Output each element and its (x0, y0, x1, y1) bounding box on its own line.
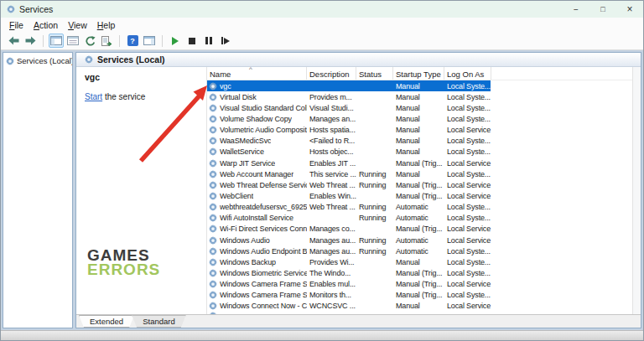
tab-extended[interactable]: Extended (79, 315, 134, 328)
services-gear-icon (85, 55, 93, 64)
close-icon[interactable]: × (616, 1, 643, 18)
stop-service-icon[interactable] (184, 34, 200, 48)
service-row[interactable]: WebClient Enables Win... Manual (Trig...… (207, 190, 632, 201)
description-cell: Enables JIT ... (307, 159, 356, 168)
log-on-as-cell: Local Syste... (444, 203, 632, 211)
status-cell: Running (356, 170, 393, 178)
restart-service-icon[interactable] (218, 34, 233, 48)
startup-type-cell: Automatic (393, 214, 444, 222)
startup-type-cell: Manual (393, 170, 444, 178)
service-row[interactable]: Volume Shadow Copy Manages an... Manual … (207, 113, 632, 124)
minimize-icon[interactable]: − (563, 1, 589, 18)
startup-type-cell: Manual (393, 137, 444, 145)
service-row[interactable]: Windows Audio Manages au... Running Auto… (207, 235, 632, 245)
log-on-as-cell: Local Service (444, 126, 632, 134)
log-on-as-cell: Local Syste... (444, 269, 632, 277)
service-row[interactable]: WaaSMedicSvc <Failed to R... Manual Loca… (207, 136, 632, 147)
tree-item-services-local[interactable]: Services (Local) (3, 55, 72, 66)
name-cell: Windows Camera Frame Se... (207, 280, 307, 288)
name-cell: Wi-Fi Direct Services Conne... (207, 225, 307, 233)
services-gear-icon (6, 57, 14, 65)
menu-item[interactable]: File (4, 19, 29, 31)
service-row[interactable]: webthreatdefusersvc_69250 Web Threat ...… (207, 202, 632, 213)
console-tree-panel: Services (Local) (3, 52, 73, 328)
service-row[interactable]: Wifi AutoInstall Service Running Automat… (207, 213, 632, 224)
log-on-as-cell: Local Service (444, 225, 632, 233)
name-cell: Visual Studio Standard Coll... (207, 104, 307, 112)
start-service-icon[interactable] (168, 34, 183, 48)
vertical-scrollbar[interactable] (632, 67, 641, 314)
name-cell: webthreatdefusersvc_69250 (207, 203, 307, 211)
sort-ascending-icon: ^ (249, 67, 252, 73)
name-cell: Volumetric Audio Composit... (207, 126, 307, 134)
startup-type-cell: Manual (393, 302, 444, 310)
service-gear-icon (209, 192, 217, 200)
service-row[interactable]: Windows Camera Frame Se... Monitors th..… (207, 290, 632, 301)
service-row[interactable]: Windows Camera Frame Se... Enables mul..… (207, 279, 632, 290)
log-on-as-cell: Local Syste... (444, 104, 632, 112)
back-icon[interactable] (6, 34, 21, 48)
service-row[interactable]: Windows Biometric Service The Windo... M… (207, 267, 632, 278)
service-row[interactable]: Windows Backup Provides Wi... Manual Loc… (207, 256, 632, 267)
service-gear-icon (209, 247, 217, 256)
name-cell: Wifi AutoInstall Service (207, 214, 307, 222)
description-cell: Web Threat ... (307, 181, 356, 189)
start-service-link[interactable]: Start (85, 92, 102, 101)
refresh-icon[interactable] (82, 34, 97, 48)
forward-icon[interactable] (23, 34, 38, 48)
status-cell: Running (356, 214, 393, 222)
service-gear-icon (209, 291, 217, 299)
log-on-as-cell: Local Syste... (444, 82, 632, 90)
log-on-as-cell: Local Service (444, 280, 632, 288)
service-gear-icon (209, 181, 217, 189)
service-gear-icon (209, 269, 217, 277)
column-header-log-on-as[interactable]: Log On As (444, 67, 491, 80)
services-list: ^ Name Description Status Startup Type L… (206, 67, 632, 314)
help-icon[interactable]: ? (125, 34, 140, 48)
name-cell: Virtual Disk (207, 93, 307, 101)
service-gear-icon (209, 280, 217, 288)
column-header-startup-type[interactable]: Startup Type (393, 67, 444, 80)
service-gear-icon (209, 225, 217, 233)
pause-service-icon[interactable] (201, 34, 216, 48)
service-row[interactable]: Volumetric Audio Composit... Hosts spati… (207, 125, 632, 136)
status-cell: Running (356, 236, 393, 245)
maximize-icon[interactable]: □ (589, 1, 616, 18)
service-row[interactable]: Web Threat Defense Service Web Threat ..… (207, 179, 632, 190)
service-gear-icon (209, 104, 217, 112)
service-action: Start the service (85, 92, 206, 101)
export-list-icon[interactable] (99, 34, 114, 48)
status-bar (1, 330, 643, 340)
service-action-suffix: the service (102, 92, 145, 101)
column-header-description[interactable]: Description (307, 67, 356, 80)
service-row[interactable]: Visual Studio Standard Coll... Visual St… (207, 102, 632, 113)
menu-item[interactable]: Action (29, 19, 63, 31)
column-header-name[interactable]: Name (207, 67, 307, 80)
description-cell: Provides m... (307, 93, 356, 101)
service-row[interactable]: Windows Connect Now - C... WCNCSVC ... M… (207, 301, 632, 312)
service-row[interactable]: Virtual Disk Provides m... Manual Local … (207, 91, 632, 102)
name-cell: Windows Camera Frame Se... (207, 291, 307, 299)
service-row[interactable]: Warp JIT Service Enables JIT ... Manual … (207, 158, 632, 168)
service-row[interactable]: Windows Audio Endpoint B... Manages au..… (207, 245, 632, 256)
show-console-tree-icon[interactable] (49, 34, 64, 48)
log-on-as-cell: Local Service (444, 192, 632, 200)
properties-icon[interactable] (65, 34, 80, 48)
log-on-as-cell: Local Service (444, 302, 632, 310)
tab-standard[interactable]: Standard (132, 315, 186, 328)
menu-item[interactable]: View (63, 19, 92, 31)
toolbar-separator (162, 35, 163, 47)
service-row[interactable]: Web Account Manager This service ... Run… (207, 168, 632, 179)
show-action-pane-icon[interactable] (142, 34, 157, 48)
service-gear-icon (209, 137, 217, 145)
log-on-as-cell: Local Syste... (444, 214, 632, 222)
service-row[interactable]: WalletService Hosts objec... Manual Loca… (207, 147, 632, 158)
description-cell: Enables mul... (307, 280, 356, 288)
service-row[interactable]: vgc Manual Local Syste... (207, 80, 632, 91)
startup-type-cell: Manual (393, 258, 444, 266)
window-title: Services (19, 4, 53, 14)
log-on-as-cell: Local Syste... (444, 137, 632, 145)
service-row[interactable]: Wi-Fi Direct Services Conne... Manages c… (207, 224, 632, 235)
menu-item[interactable]: Help (92, 19, 121, 31)
column-header-status[interactable]: Status (356, 67, 393, 80)
